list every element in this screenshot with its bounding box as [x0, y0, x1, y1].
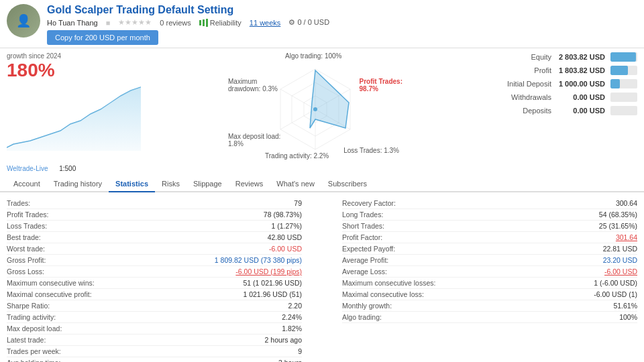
stat-name: Max deposit load: — [7, 324, 62, 333]
stat-row: Long Trades: 54 (68.35%) — [342, 209, 637, 221]
radar-chart: Algo trading: 100% Profit Trades:98.7% L… — [228, 52, 402, 160]
stat-name: Recovery Factor: — [342, 199, 396, 207]
stat-value: 79 — [294, 199, 302, 207]
stat-name: Average Loss: — [342, 267, 387, 276]
tabs-bar: AccountTrading historyStatisticsRisksSli… — [0, 176, 644, 192]
stat-row: Sharpe Ratio: 2.20 — [7, 300, 302, 312]
broker-name: Weltrade-Live — [7, 165, 48, 172]
reliability-badge: Reliability — [199, 19, 241, 27]
stat-value: 2.24% — [282, 313, 302, 321]
stat-name: Average Profit: — [342, 256, 388, 264]
stat-row: Short Trades: 25 (31.65%) — [342, 221, 637, 232]
svg-marker-6 — [310, 70, 349, 128]
tab-reviews[interactable]: Reviews — [229, 176, 270, 192]
stat-row: Max deposit load: 1.82% — [7, 323, 302, 335]
header: 👤 Gold Scalper Trading Default Setting H… — [0, 0, 644, 48]
tab-subscribers[interactable]: Subscribers — [321, 176, 374, 192]
stat-value: -6.00 USD — [604, 267, 637, 276]
stat-name: Profit Trades: — [7, 210, 48, 219]
equity-stats: Equity 2 803.82 USD Profit 1 803.82 USD … — [490, 52, 637, 160]
stat-row: Profit Factor: 301.64 — [342, 232, 637, 243]
radar-drawdown-label: Maximum drawdown: 0.3% — [228, 78, 288, 93]
stat-name: Monthly growth: — [342, 302, 392, 310]
stat-row: Recovery Factor: 300.64 — [342, 198, 637, 209]
tab-slippage[interactable]: Slippage — [186, 176, 229, 192]
stat-value: 2 hours ago — [265, 336, 302, 344]
stat-value: 300.64 — [616, 199, 637, 207]
stat-name: Latest trade: — [7, 336, 46, 344]
stat-name: Maximum consecutive wins: — [7, 279, 95, 287]
tab-trading-history[interactable]: Trading history — [47, 176, 109, 192]
stat-value: 3 hours — [278, 359, 302, 362]
stat-name: Best trade: — [7, 233, 41, 241]
tab-what's-new[interactable]: What's new — [270, 176, 321, 192]
stat-value: -6.00 USD (1) — [594, 290, 637, 298]
stat-row: Maximum consecutive losses: 1 (-6.00 USD… — [342, 278, 637, 289]
middle-section: growth since 2024 180% — [0, 48, 644, 164]
growth-chart: growth since 2024 180% — [7, 52, 141, 160]
stat-name: Long Trades: — [342, 210, 383, 219]
reliability-label: Reliability — [210, 19, 241, 27]
stat-name: Avg holding time: — [7, 359, 60, 362]
stat-row: Profit Trades: 78 (98.73%) — [7, 209, 302, 221]
equity-bars: Equity 2 803.82 USD Profit 1 803.82 USD … — [490, 52, 637, 115]
stat-row: Maximal consecutive loss: -6.00 USD (1) — [342, 289, 637, 300]
page-title: Gold Scalper Trading Default Setting — [47, 4, 637, 16]
stat-value: 1 809.82 USD (73 380 pips) — [215, 256, 302, 264]
leverage: 1:500 — [59, 165, 76, 172]
stat-value: 1 (1.27%) — [271, 222, 302, 230]
stat-name: Gross Loss: — [7, 267, 44, 276]
stat-name: Short Trades: — [342, 222, 384, 230]
stat-row: Gross Profit: 1 809.82 USD (73 380 pips) — [7, 255, 302, 266]
tab-account[interactable]: Account — [7, 176, 47, 192]
equity-bar-row: Deposits 0.00 USD — [490, 106, 637, 115]
stat-row: Average Profit: 23.20 USD — [342, 255, 637, 266]
stat-value: 42.80 USD — [268, 233, 302, 241]
stat-value: 54 (68.35%) — [599, 210, 637, 219]
stat-row: Expected Payoff: 22.81 USD — [342, 243, 637, 255]
stat-name: Worst trade: — [7, 245, 45, 253]
header-info: Gold Scalper Trading Default Setting Ho … — [47, 4, 637, 45]
stat-name: Maximal consecutive loss: — [342, 290, 424, 298]
radar-algo-label: Algo trading: 100% — [285, 52, 342, 60]
stat-row: Latest trade: 2 hours ago — [7, 335, 302, 346]
stat-name: Trades per week: — [7, 347, 61, 355]
stat-value: 25 (31.65%) — [599, 222, 637, 230]
stat-value: 1 (-6.00 USD) — [594, 279, 637, 287]
equity-bar-row: Equity 2 803.82 USD — [490, 52, 637, 62]
stat-name: Trades: — [7, 199, 30, 207]
author-name: Ho Tuan Thang — [47, 19, 98, 27]
stat-name: Algo trading: — [342, 313, 382, 321]
broker-info: Weltrade-Live 1:500 — [0, 164, 644, 175]
stats-section: Trades: 79 Profit Trades: 78 (98.73%) Lo… — [0, 192, 644, 362]
weeks-badge: 11 weeks — [250, 19, 280, 27]
tab-risks[interactable]: Risks — [155, 176, 186, 192]
stats-right-col: Recovery Factor: 300.64 Long Trades: 54 … — [342, 198, 637, 362]
stat-value: 2.20 — [288, 302, 302, 310]
copy-button[interactable]: Copy for 200 USD per month — [47, 30, 158, 45]
stat-value: 1 021.96 USD (51) — [243, 290, 302, 298]
stat-row: Best trade: 42.80 USD — [7, 232, 302, 243]
stat-value: 9 — [298, 347, 302, 355]
tab-statistics[interactable]: Statistics — [109, 176, 155, 192]
downloads-badge: ⚙ 0 / 0 USD — [288, 18, 329, 27]
chart-area — [7, 84, 141, 151]
stat-value: 78 (98.73%) — [264, 210, 302, 219]
growth-label: growth since 2024 — [7, 52, 141, 60]
stats-left-col: Trades: 79 Profit Trades: 78 (98.73%) Lo… — [7, 198, 302, 362]
radar-activity-label: Trading activity: 2.2% — [265, 152, 329, 160]
header-meta: Ho Tuan Thang ■ ★★★★★ 0 reviews Reliabil… — [47, 18, 637, 27]
stat-name: Sharpe Ratio: — [7, 302, 50, 310]
stat-value: 51 (1 021.96 USD) — [243, 279, 302, 287]
stat-name: Maximal consecutive profit: — [7, 290, 92, 298]
stat-row: Maximum consecutive wins: 51 (1 021.96 U… — [7, 278, 302, 289]
stat-value: 23.20 USD — [603, 256, 637, 264]
growth-percent: 180% — [7, 60, 141, 81]
equity-bar-row: Withdrawals 0.00 USD — [490, 93, 637, 102]
stat-row: Maximal consecutive profit: 1 021.96 USD… — [7, 289, 302, 300]
radar-loss-label: Loss Trades: 1.3% — [343, 147, 399, 154]
tabs-container: AccountTrading historyStatisticsRisksSli… — [7, 176, 374, 191]
stat-value: 301.64 — [616, 233, 637, 241]
stat-row: Average Loss: -6.00 USD — [342, 266, 637, 278]
stat-name: Gross Profit: — [7, 256, 46, 264]
